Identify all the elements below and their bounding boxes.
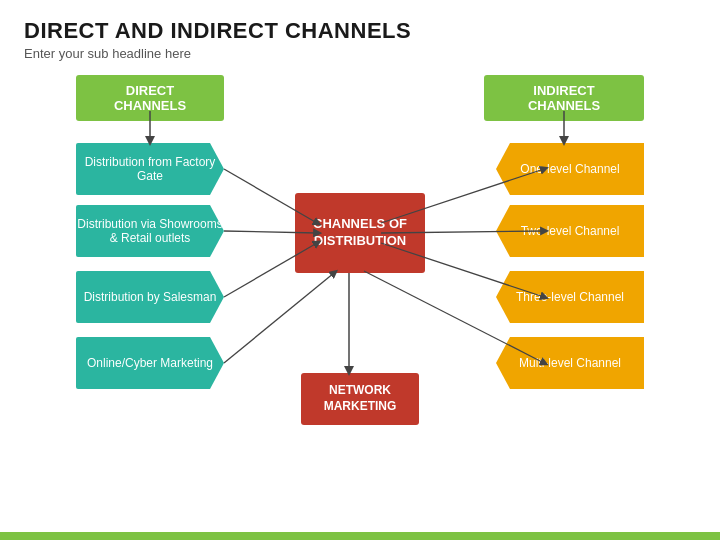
header-direct: DIRECT CHANNELS — [76, 75, 224, 121]
network-marketing-box: NETWORK MARKETING — [301, 373, 419, 425]
main-title: DIRECT AND INDIRECT CHANNELS — [24, 18, 696, 44]
left-box-4: Online/Cyber Marketing — [76, 337, 224, 389]
left-box-2: Distribution via Showrooms & Retail outl… — [76, 205, 224, 257]
left-box-1: Distribution from Factory Gate — [76, 143, 224, 195]
left-box-3: Distribution by Salesman — [76, 271, 224, 323]
center-distribution-box: CHANNELS OF DISTRIBUTION — [295, 193, 425, 273]
sub-headline: Enter your sub headline here — [24, 46, 696, 61]
right-box-3: Three-level Channel — [496, 271, 644, 323]
right-box-2: Two-level Channel — [496, 205, 644, 257]
header-indirect: INDIRECT CHANNELS — [484, 75, 644, 121]
page: DIRECT AND INDIRECT CHANNELS Enter your … — [0, 0, 720, 540]
bottom-bar — [0, 532, 720, 540]
diagram-area: DIRECT CHANNELS INDIRECT CHANNELS Distri… — [24, 75, 696, 475]
svg-line-7 — [224, 273, 334, 363]
right-box-4: Multi-level Channel — [496, 337, 644, 389]
right-box-1: One-level Channel — [496, 143, 644, 195]
